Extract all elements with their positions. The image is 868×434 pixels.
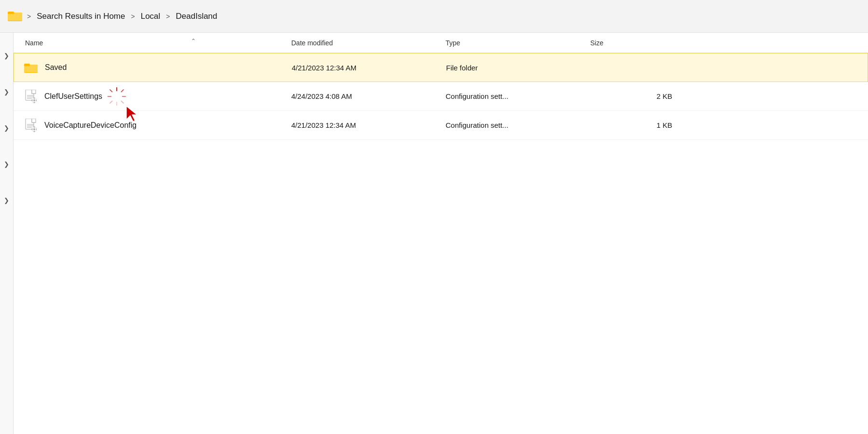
breadcrumb-folder-icon	[8, 9, 23, 24]
col-header-size[interactable]: Size	[590, 39, 687, 47]
file-date: 4/21/2023 12:34 AM	[292, 64, 446, 72]
svg-rect-26	[34, 126, 35, 128]
file-type: Configuration sett...	[446, 121, 590, 129]
column-headers: Name ⌃ Date modified Type Size	[14, 33, 868, 53]
breadcrumb-sep-2: >	[131, 13, 135, 20]
sidebar-chevron-5[interactable]: ❯	[4, 197, 9, 204]
svg-rect-17	[36, 100, 37, 101]
file-rows: Saved 4/21/2023 12:34 AM File folder	[14, 53, 868, 434]
folder-icon	[22, 61, 41, 74]
svg-rect-27	[34, 131, 35, 132]
main-container: ❯ ❯ ❯ ❯ ❯ Name ⌃ Date modified Type Size	[0, 33, 868, 434]
file-type: Configuration sett...	[446, 92, 590, 100]
col-header-date[interactable]: Date modified	[291, 39, 446, 47]
sidebar-chevron-2[interactable]: ❯	[4, 88, 9, 95]
sidebar-chevron-4[interactable]: ❯	[4, 161, 9, 168]
svg-rect-2	[8, 12, 14, 14]
file-name: VoiceCaptureDeviceConfig	[41, 121, 291, 130]
file-size: 2 KB	[590, 92, 687, 100]
svg-point-25	[33, 128, 35, 130]
file-name: Saved	[41, 63, 292, 72]
svg-rect-15	[34, 102, 35, 103]
breadcrumb-sep-3: >	[166, 13, 170, 20]
config-file-icon	[21, 90, 41, 103]
config-file-icon	[21, 119, 41, 132]
breadcrumb-bar: > Search Results in Home > Local > DeadI…	[0, 0, 868, 33]
file-date: 4/21/2023 12:34 AM	[291, 121, 446, 129]
svg-rect-28	[31, 129, 33, 130]
svg-rect-20	[32, 119, 36, 122]
svg-rect-8	[32, 90, 36, 94]
file-type: File folder	[446, 64, 591, 72]
col-header-name[interactable]: Name	[21, 39, 291, 47]
col-header-type[interactable]: Type	[446, 39, 590, 47]
svg-rect-29	[36, 129, 37, 130]
svg-rect-5	[24, 64, 30, 66]
svg-rect-16	[31, 100, 33, 101]
breadcrumb-deadisland[interactable]: DeadIsland	[174, 11, 219, 22]
breadcrumb-sep-1: >	[27, 13, 31, 20]
breadcrumb-search-results[interactable]: Search Results in Home	[35, 11, 127, 22]
sort-arrow-icon: ⌃	[191, 38, 196, 44]
table-row[interactable]: VoiceCaptureDeviceConfig 4/21/2023 12:34…	[14, 111, 868, 140]
file-date: 4/24/2023 4:08 AM	[291, 92, 446, 100]
table-row[interactable]: ClefUserSettings 4/24/2023 4:08 AM Confi…	[14, 82, 868, 111]
file-size: 1 KB	[590, 121, 687, 129]
svg-rect-14	[34, 97, 35, 99]
table-row[interactable]: Saved 4/21/2023 12:34 AM File folder	[14, 53, 868, 82]
sidebar-chevron-1[interactable]: ❯	[4, 52, 9, 59]
sidebar: ❯ ❯ ❯ ❯ ❯	[0, 33, 14, 434]
file-list-area: Name ⌃ Date modified Type Size Saved 4/2…	[14, 33, 868, 434]
file-name: ClefUserSettings	[41, 92, 291, 101]
svg-point-13	[33, 99, 35, 101]
breadcrumb-local[interactable]: Local	[139, 11, 163, 22]
sidebar-chevron-3[interactable]: ❯	[4, 124, 9, 132]
